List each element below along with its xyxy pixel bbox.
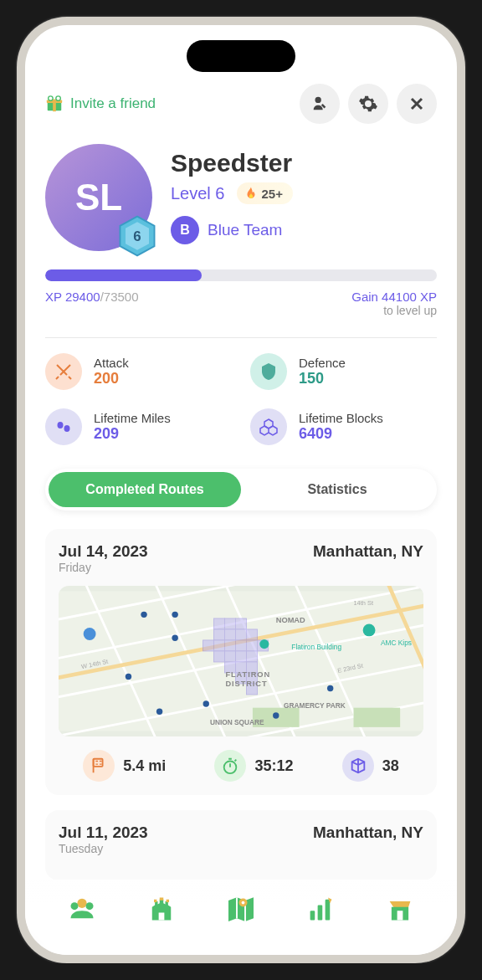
route-day: Friday xyxy=(59,561,148,574)
svg-rect-84 xyxy=(397,911,403,920)
close-button[interactable] xyxy=(397,84,437,124)
svg-rect-27 xyxy=(236,618,247,629)
svg-text:14th St: 14th St xyxy=(354,599,373,607)
stat-attack: Attack 200 xyxy=(45,353,232,390)
route-date: Jul 11, 2023 xyxy=(59,824,148,842)
svg-rect-32 xyxy=(203,640,214,651)
svg-text:GRAMERCY PARK: GRAMERCY PARK xyxy=(284,701,346,710)
svg-rect-2 xyxy=(53,100,56,112)
svg-point-55 xyxy=(203,700,209,706)
nav-shop[interactable] xyxy=(380,889,420,929)
svg-point-58 xyxy=(172,612,177,618)
swords-icon xyxy=(45,353,82,390)
route-location: Manhattan, NY xyxy=(313,824,423,855)
stat-label: Lifetime Blocks xyxy=(299,411,383,425)
svg-rect-36 xyxy=(246,640,257,651)
stat-value: 200 xyxy=(94,370,129,387)
svg-point-10 xyxy=(64,425,70,432)
stopwatch-icon xyxy=(214,750,246,782)
shield-icon xyxy=(250,353,287,390)
stats-grid: Attack 200 Defence 150 xyxy=(45,353,437,445)
route-card[interactable]: Jul 14, 2023 Friday Manhattan, NY xyxy=(45,529,437,795)
svg-point-73 xyxy=(85,902,93,910)
svg-rect-75 xyxy=(160,898,164,900)
cube-icon xyxy=(342,750,374,782)
svg-rect-76 xyxy=(166,900,168,902)
xp-gain-wrapper: Gain 44100 XP to level up xyxy=(351,290,437,317)
svg-rect-30 xyxy=(236,629,247,640)
bottom-nav xyxy=(25,880,457,955)
gift-icon xyxy=(45,95,64,113)
tab-statistics[interactable]: Statistics xyxy=(241,472,433,507)
nav-stats[interactable] xyxy=(300,889,341,929)
nav-map[interactable] xyxy=(221,889,261,929)
svg-rect-34 xyxy=(225,640,236,651)
flag-icon xyxy=(83,750,115,782)
svg-point-51 xyxy=(141,612,146,618)
stat-value: 209 xyxy=(94,425,171,443)
svg-rect-25 xyxy=(214,618,225,629)
svg-rect-31 xyxy=(246,629,257,640)
svg-point-79 xyxy=(242,901,245,905)
header: Invite a friend xyxy=(45,84,437,124)
stat-label: Defence xyxy=(299,356,346,370)
svg-point-70 xyxy=(224,762,237,774)
svg-point-56 xyxy=(273,712,279,718)
footsteps-icon xyxy=(45,408,82,445)
svg-rect-29 xyxy=(225,629,236,640)
stat-value: 150 xyxy=(299,370,346,387)
stat-label: Lifetime Miles xyxy=(94,411,171,425)
svg-point-52 xyxy=(172,634,177,640)
stat-blocks: Lifetime Blocks 6409 xyxy=(250,408,437,445)
svg-rect-40 xyxy=(236,651,247,662)
svg-rect-23 xyxy=(354,708,401,727)
settings-button[interactable] xyxy=(348,84,388,124)
level-badge: 6 xyxy=(114,213,161,259)
svg-point-48 xyxy=(84,628,96,640)
xp-gain-sub: to level up xyxy=(351,304,437,317)
team-row[interactable]: B Blue Team xyxy=(171,216,437,244)
route-day: Tuesday xyxy=(59,842,148,855)
team-icon: B xyxy=(171,216,199,244)
route-blocks: 38 xyxy=(342,750,399,782)
svg-point-9 xyxy=(58,422,64,428)
svg-rect-77 xyxy=(158,913,164,921)
nav-community[interactable] xyxy=(62,889,102,929)
tabs: Completed Routes Statistics xyxy=(45,469,437,511)
username: Speedster xyxy=(171,149,437,177)
svg-rect-35 xyxy=(236,640,247,651)
tab-completed-routes[interactable]: Completed Routes xyxy=(49,472,241,507)
svg-point-53 xyxy=(126,674,131,680)
svg-point-49 xyxy=(363,623,376,636)
svg-text:NOMAD: NOMAD xyxy=(276,616,305,624)
svg-text:6: 6 xyxy=(133,228,141,244)
route-card[interactable]: Jul 11, 2023 Tuesday Manhattan, NY xyxy=(45,810,437,880)
svg-rect-28 xyxy=(214,629,225,640)
svg-text:FLATIRON: FLATIRON xyxy=(225,670,270,679)
svg-rect-80 xyxy=(310,911,315,920)
profile-edit-button[interactable] xyxy=(300,84,340,124)
svg-rect-39 xyxy=(225,651,236,662)
svg-text:AMC Kips: AMC Kips xyxy=(381,639,412,647)
xp-current: XP 29400 xyxy=(45,290,100,304)
stat-value: 6409 xyxy=(299,425,383,443)
notch xyxy=(187,40,295,72)
svg-text:DISTRICT: DISTRICT xyxy=(225,680,267,688)
nav-castle[interactable] xyxy=(141,889,182,929)
svg-rect-33 xyxy=(214,640,225,651)
stat-miles: Lifetime Miles 209 xyxy=(45,408,232,445)
svg-rect-82 xyxy=(326,900,331,921)
svg-rect-38 xyxy=(214,651,225,662)
stat-defence: Defence 150 xyxy=(250,353,437,390)
svg-point-71 xyxy=(77,899,86,908)
route-distance: 5.4 mi xyxy=(83,750,166,782)
level-label: Level 6 xyxy=(171,184,225,203)
svg-rect-74 xyxy=(154,900,156,902)
avatar-wrapper[interactable]: SL 6 xyxy=(45,144,152,251)
invite-friend-button[interactable]: Invite a friend xyxy=(45,95,156,113)
stat-label: Attack xyxy=(94,356,129,370)
xp-bar xyxy=(45,269,437,281)
route-time: 35:12 xyxy=(214,750,293,782)
team-name: Blue Team xyxy=(208,221,282,239)
xp-current-wrapper: XP 29400/73500 xyxy=(45,290,139,317)
